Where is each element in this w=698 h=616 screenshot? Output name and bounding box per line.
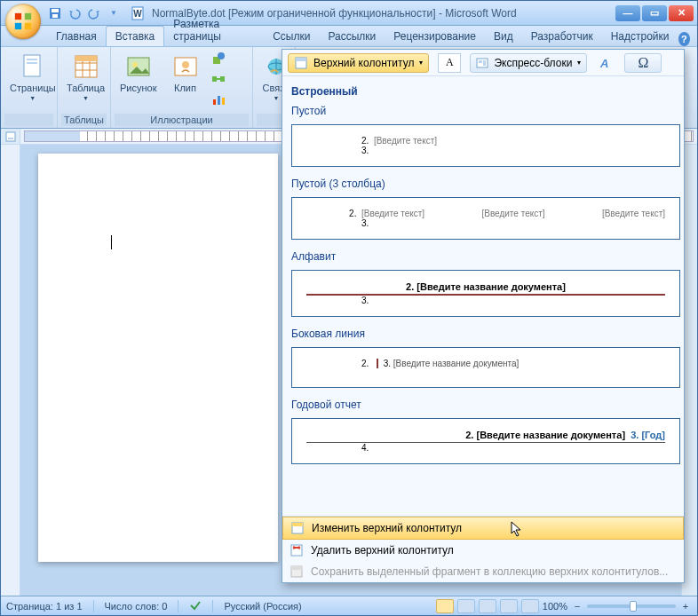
minimize-button[interactable]: — — [615, 5, 640, 21]
tab-view[interactable]: Вид — [485, 27, 522, 46]
gallery-item-title: Пустой (3 столбца) — [290, 174, 684, 195]
redo-icon[interactable] — [86, 5, 102, 21]
clip-button[interactable]: Клип — [166, 49, 205, 97]
table-icon — [72, 52, 100, 81]
svg-rect-11 — [27, 62, 37, 64]
save-selection-icon — [290, 565, 304, 579]
textbox-button[interactable]: A — [438, 53, 461, 73]
svg-rect-5 — [52, 9, 59, 12]
maximize-button[interactable]: ▭ — [642, 5, 667, 21]
svg-rect-46 — [291, 566, 302, 570]
svg-rect-2 — [15, 23, 21, 29]
tab-addins[interactable]: Надстройки — [602, 27, 678, 46]
office-button[interactable] — [5, 4, 41, 39]
svg-point-23 — [218, 52, 225, 59]
edit-header-icon — [290, 521, 305, 535]
svg-rect-6 — [52, 14, 58, 18]
quick-access-toolbar: ▼ — [47, 5, 122, 21]
symbol-button[interactable]: Ω — [624, 53, 662, 73]
save-icon[interactable] — [47, 5, 63, 21]
gallery-item-title: Годовой отчет — [290, 395, 684, 416]
tab-mailings[interactable]: Рассылки — [319, 27, 385, 46]
chevron-down-icon: ▾ — [419, 59, 423, 67]
zoom-slider[interactable] — [587, 604, 676, 608]
proofing-icon[interactable] — [189, 599, 202, 613]
page-icon — [19, 52, 47, 81]
gallery-category: Встроенный — [290, 80, 684, 101]
gallery-item-title: Боковая линия — [290, 324, 684, 345]
status-page[interactable]: Страница: 1 из 1 — [6, 601, 83, 612]
tab-pagelayout[interactable]: Разметка страницы — [164, 14, 264, 46]
svg-rect-0 — [15, 13, 21, 20]
gallery-item-blank[interactable]: 2. [Введите текст] 3. — [291, 124, 680, 167]
svg-rect-9 — [24, 55, 40, 76]
gallery-footer: Изменить верхний колонтитул Удалить верх… — [282, 516, 684, 582]
text-cursor — [111, 235, 112, 249]
chart-icon[interactable] — [209, 90, 228, 109]
view-outline[interactable] — [500, 599, 518, 613]
svg-rect-42 — [291, 545, 302, 556]
word-doc-icon: W — [131, 6, 145, 20]
svg-rect-25 — [220, 76, 225, 82]
svg-point-21 — [182, 61, 189, 68]
tab-insert[interactable]: Вставка — [106, 26, 165, 46]
svg-rect-17 — [75, 56, 97, 61]
shapes-icon[interactable] — [209, 49, 228, 68]
wordart-icon[interactable]: A — [596, 53, 615, 73]
quickparts-icon — [476, 57, 488, 69]
mouse-cursor-icon — [511, 521, 523, 537]
view-print-layout[interactable] — [436, 599, 454, 613]
undo-icon[interactable] — [67, 5, 83, 21]
zoom-thumb[interactable] — [630, 601, 637, 612]
gallery-item-annual[interactable]: 2. [Введите название документа] 3. [Год]… — [291, 418, 680, 464]
svg-rect-32 — [6, 132, 15, 141]
gallery-item-blank3col[interactable]: 2. [Введите текст][Введите текст][Введит… — [291, 197, 680, 240]
status-language[interactable]: Русский (Россия) — [224, 601, 301, 612]
gallery-item-alphabet[interactable]: 2. [Введите название документа] 3. — [291, 270, 680, 317]
view-draft[interactable] — [521, 599, 539, 613]
illustrations-group-label: Иллюстрации — [115, 114, 249, 126]
header-gallery-panel: Верхний колонтитул ▾ A Экспресс-блоки ▾ … — [282, 49, 685, 583]
svg-rect-28 — [222, 98, 225, 105]
zoom-in-button[interactable]: + — [679, 601, 692, 612]
remove-header-menuitem[interactable]: Удалить верхний колонтитул — [282, 540, 684, 561]
tables-group-label: Таблицы — [61, 114, 107, 126]
tab-references[interactable]: Ссылки — [264, 27, 319, 46]
status-words[interactable]: Число слов: 0 — [105, 601, 168, 612]
pages-button[interactable]: Страницы ▼ — [4, 49, 61, 105]
ruler-corner[interactable] — [1, 129, 20, 144]
zoom-level[interactable]: 100% — [543, 601, 567, 612]
table-button[interactable]: Таблица ▼ — [61, 49, 110, 105]
save-selection-menuitem: Сохранить выделенный фрагмент в коллекци… — [282, 561, 684, 582]
smartart-icon[interactable] — [209, 69, 228, 89]
view-full-screen[interactable] — [457, 599, 475, 613]
vertical-ruler[interactable] — [1, 145, 20, 596]
header-icon — [294, 56, 308, 70]
ribbon-tabs: Главная Вставка Разметка страницы Ссылки… — [1, 26, 697, 47]
tab-review[interactable]: Рецензирование — [385, 27, 485, 46]
tab-developer[interactable]: Разработчик — [522, 27, 602, 46]
view-web[interactable] — [479, 599, 496, 613]
remove-header-icon — [290, 543, 304, 557]
edit-header-menuitem[interactable]: Изменить верхний колонтитул — [282, 517, 684, 540]
picture-icon — [124, 52, 153, 81]
zoom-out-button[interactable]: − — [571, 601, 583, 612]
titlebar: ▼ W NormalByte.dot [Режим ограниченной ф… — [1, 1, 697, 26]
svg-rect-24 — [212, 76, 217, 82]
header-dropdown-button[interactable]: Верхний колонтитул ▾ — [288, 53, 429, 73]
quickparts-button[interactable]: Экспресс-блоки ▾ — [470, 53, 587, 73]
close-button[interactable]: ✕ — [669, 5, 694, 21]
chevron-down-icon: ▼ — [83, 95, 89, 101]
help-icon[interactable]: ? — [678, 32, 691, 46]
gallery-item-sideline[interactable]: 2. 3. [Введите название документа] — [291, 347, 680, 388]
svg-text:W: W — [133, 9, 142, 19]
svg-rect-1 — [25, 13, 31, 20]
picture-button[interactable]: Рисунок — [115, 49, 163, 97]
tab-home[interactable]: Главная — [47, 27, 106, 46]
gallery-item-title: Алфавит — [290, 247, 684, 268]
svg-rect-10 — [27, 59, 37, 60]
svg-rect-35 — [296, 58, 306, 61]
document-page — [38, 154, 278, 562]
qat-dropdown-icon[interactable]: ▼ — [106, 5, 122, 21]
chevron-down-icon: ▼ — [29, 95, 36, 101]
